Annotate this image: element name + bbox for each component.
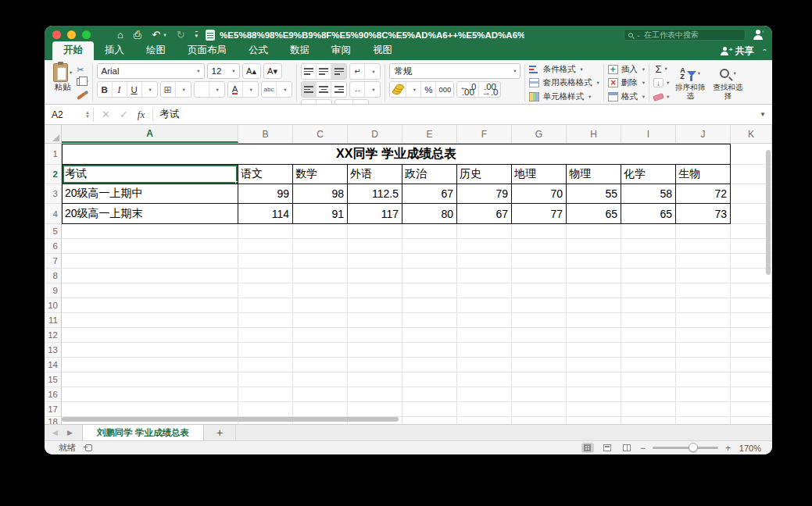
- cell-E8[interactable]: [402, 269, 457, 283]
- cell-I10[interactable]: [621, 298, 676, 313]
- cell-F3[interactable]: 79: [457, 184, 512, 204]
- cell-B11[interactable]: [238, 313, 293, 328]
- cell-D11[interactable]: [348, 313, 402, 328]
- cell-H15[interactable]: [567, 372, 621, 387]
- cell-styles-button[interactable]: 单元格样式▾: [529, 91, 599, 102]
- increase-decimal-button[interactable]: ←.0.00: [457, 82, 479, 97]
- fill-color-button[interactable]: [195, 82, 209, 97]
- cell-E17[interactable]: [402, 402, 457, 417]
- cell-A7[interactable]: [62, 254, 238, 269]
- cell-H9[interactable]: [567, 283, 621, 298]
- cell-B12[interactable]: [238, 328, 293, 343]
- cell-H14[interactable]: [567, 358, 621, 372]
- cell-F12[interactable]: [457, 328, 512, 343]
- cell-K17[interactable]: [731, 402, 772, 417]
- cell-I9[interactable]: [621, 283, 676, 298]
- column-header-A[interactable]: A: [62, 125, 238, 143]
- autosum-button[interactable]: Σ▾: [653, 63, 669, 74]
- column-header-D[interactable]: D: [348, 125, 402, 143]
- quick-access-dropdown-icon[interactable]: ▾: [195, 31, 199, 39]
- cell-F2[interactable]: 历史: [457, 165, 512, 184]
- cell-G14[interactable]: [512, 358, 567, 372]
- cell-B6[interactable]: [238, 239, 293, 254]
- cell-I15[interactable]: [621, 372, 676, 387]
- row-header-14[interactable]: 14: [45, 358, 62, 372]
- cell-G8[interactable]: [512, 269, 567, 283]
- cell-F7[interactable]: [457, 254, 512, 269]
- enter-icon[interactable]: ✓: [120, 109, 128, 120]
- cell-D17[interactable]: [348, 402, 402, 417]
- row-header-13[interactable]: 13: [45, 343, 62, 358]
- cell-G7[interactable]: [512, 254, 567, 269]
- cell-C16[interactable]: [293, 387, 348, 402]
- cell-A10[interactable]: [62, 298, 238, 313]
- cell-G2[interactable]: 地理: [512, 165, 567, 184]
- cell-E15[interactable]: [402, 372, 457, 387]
- cell-I13[interactable]: [621, 343, 676, 358]
- cell-K9[interactable]: [731, 283, 772, 298]
- cell-F5[interactable]: [457, 224, 512, 239]
- row-header-4[interactable]: 4: [45, 204, 62, 224]
- column-header-E[interactable]: E: [402, 125, 457, 143]
- cell-I3[interactable]: 58: [621, 184, 676, 204]
- cell-J12[interactable]: [676, 328, 731, 343]
- cell-E6[interactable]: [402, 239, 457, 254]
- cell-E3[interactable]: 67: [402, 184, 457, 204]
- cell-A16[interactable]: [62, 387, 238, 402]
- cell-H13[interactable]: [567, 343, 621, 358]
- borders-dropdown[interactable]: ▾: [176, 82, 191, 97]
- cell-J16[interactable]: [676, 387, 731, 402]
- cell-I17[interactable]: [621, 402, 676, 417]
- row-header-11[interactable]: 11: [45, 313, 62, 328]
- cell-title[interactable]: XX同学 学业成绩总表: [62, 144, 731, 165]
- tab-page-layout[interactable]: 页面布局: [177, 41, 238, 60]
- cell-D16[interactable]: [348, 387, 402, 402]
- cell-J2[interactable]: 生物: [676, 165, 731, 184]
- fill-handle[interactable]: [235, 181, 238, 184]
- zoom-slider[interactable]: [653, 447, 718, 449]
- cell-G13[interactable]: [512, 343, 567, 358]
- cell-A14[interactable]: [62, 358, 238, 372]
- next-sheet-icon[interactable]: ▶: [67, 429, 73, 437]
- cell-A13[interactable]: [62, 343, 238, 358]
- fill-button[interactable]: ↓▾: [653, 77, 669, 88]
- align-left-button[interactable]: [302, 82, 317, 97]
- cell-F11[interactable]: [457, 313, 512, 328]
- cell-G3[interactable]: 70: [512, 184, 567, 204]
- undo-icon[interactable]: ↶: [152, 30, 160, 40]
- cell-G12[interactable]: [512, 328, 567, 343]
- row-header-2[interactable]: 2: [45, 165, 62, 184]
- cell-D13[interactable]: [348, 343, 402, 358]
- cell-K12[interactable]: [731, 328, 772, 343]
- cell-A5[interactable]: [62, 224, 238, 239]
- page-break-view-button[interactable]: [621, 443, 633, 453]
- cell-B7[interactable]: [238, 254, 293, 269]
- row-header-6[interactable]: 6: [45, 239, 62, 254]
- row-header-8[interactable]: 8: [45, 269, 62, 283]
- cell-K11[interactable]: [731, 313, 772, 328]
- close-window-button[interactable]: [52, 30, 61, 39]
- cell-H16[interactable]: [567, 387, 621, 402]
- cell-C9[interactable]: [293, 283, 348, 298]
- cell-E14[interactable]: [402, 358, 457, 372]
- cell-F17[interactable]: [457, 402, 512, 417]
- vertical-scrollbar[interactable]: [766, 150, 771, 275]
- column-header-H[interactable]: H: [567, 125, 621, 143]
- cell-E5[interactable]: [402, 224, 457, 239]
- cell-D14[interactable]: [348, 358, 402, 372]
- cell-B8[interactable]: [238, 269, 293, 283]
- cell-F18[interactable]: [457, 417, 512, 424]
- tab-review[interactable]: 审阅: [320, 41, 362, 60]
- cell-J13[interactable]: [676, 343, 731, 358]
- font-size-select[interactable]: 12▾: [207, 63, 240, 79]
- cell-J5[interactable]: [676, 224, 731, 239]
- align-middle-button[interactable]: [317, 64, 331, 79]
- cell-B9[interactable]: [238, 283, 293, 298]
- cell-D2[interactable]: 外语: [348, 165, 402, 184]
- cell-E9[interactable]: [402, 283, 457, 298]
- cell-B3[interactable]: 99: [238, 184, 293, 204]
- name-box[interactable]: A2 ▲▼: [45, 109, 93, 120]
- cell-J11[interactable]: [676, 313, 731, 328]
- cell-H18[interactable]: [567, 417, 621, 424]
- cell-H17[interactable]: [567, 402, 621, 417]
